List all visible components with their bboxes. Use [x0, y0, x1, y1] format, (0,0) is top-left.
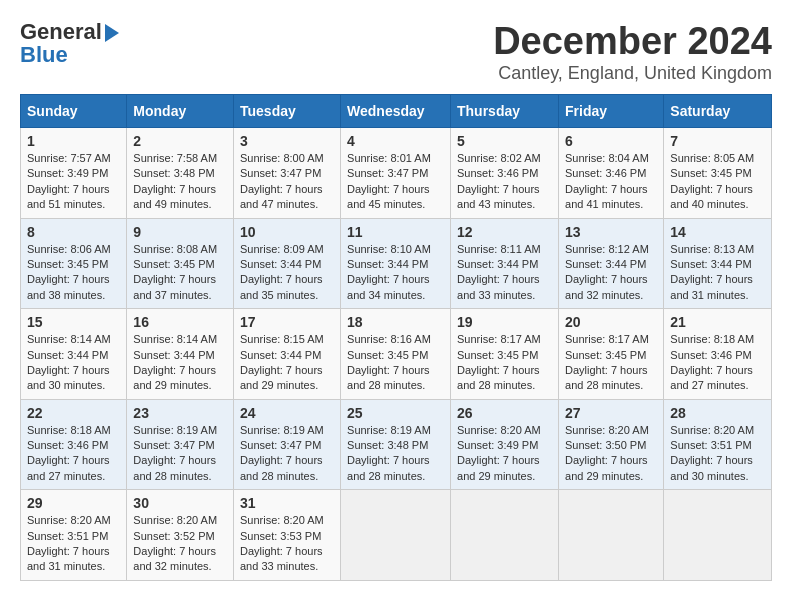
sunrise-label: Sunrise: 8:17 AM: [457, 333, 541, 345]
table-row: 13 Sunrise: 8:12 AM Sunset: 3:44 PM Dayl…: [559, 218, 664, 309]
sunrise-label: Sunrise: 8:08 AM: [133, 243, 217, 255]
logo-blue: Blue: [20, 42, 68, 68]
daylight-label: Daylight: 7 hours and 32 minutes.: [133, 545, 216, 572]
table-row: 19 Sunrise: 8:17 AM Sunset: 3:45 PM Dayl…: [451, 309, 559, 400]
day-details: Sunrise: 8:18 AM Sunset: 3:46 PM Dayligh…: [670, 332, 765, 394]
sunset-label: Sunset: 3:49 PM: [27, 167, 108, 179]
sunrise-label: Sunrise: 8:01 AM: [347, 152, 431, 164]
daylight-label: Daylight: 7 hours and 33 minutes.: [457, 273, 540, 300]
daylight-label: Daylight: 7 hours and 40 minutes.: [670, 183, 753, 210]
table-row: 16 Sunrise: 8:14 AM Sunset: 3:44 PM Dayl…: [127, 309, 234, 400]
day-number: 5: [457, 133, 552, 149]
daylight-label: Daylight: 7 hours and 29 minutes.: [457, 454, 540, 481]
day-details: Sunrise: 8:20 AM Sunset: 3:51 PM Dayligh…: [670, 423, 765, 485]
sunset-label: Sunset: 3:44 PM: [670, 258, 751, 270]
sunrise-label: Sunrise: 8:14 AM: [27, 333, 111, 345]
day-details: Sunrise: 8:20 AM Sunset: 3:49 PM Dayligh…: [457, 423, 552, 485]
day-details: Sunrise: 8:06 AM Sunset: 3:45 PM Dayligh…: [27, 242, 120, 304]
daylight-label: Daylight: 7 hours and 47 minutes.: [240, 183, 323, 210]
table-row: [341, 490, 451, 581]
daylight-label: Daylight: 7 hours and 34 minutes.: [347, 273, 430, 300]
day-details: Sunrise: 8:16 AM Sunset: 3:45 PM Dayligh…: [347, 332, 444, 394]
daylight-label: Daylight: 7 hours and 28 minutes.: [565, 364, 648, 391]
table-row: 11 Sunrise: 8:10 AM Sunset: 3:44 PM Dayl…: [341, 218, 451, 309]
day-number: 16: [133, 314, 227, 330]
sunset-label: Sunset: 3:44 PM: [457, 258, 538, 270]
table-row: 20 Sunrise: 8:17 AM Sunset: 3:45 PM Dayl…: [559, 309, 664, 400]
day-details: Sunrise: 8:01 AM Sunset: 3:47 PM Dayligh…: [347, 151, 444, 213]
table-row: [451, 490, 559, 581]
table-row: 29 Sunrise: 8:20 AM Sunset: 3:51 PM Dayl…: [21, 490, 127, 581]
calendar-week-row: 1 Sunrise: 7:57 AM Sunset: 3:49 PM Dayli…: [21, 128, 772, 219]
sunset-label: Sunset: 3:47 PM: [240, 167, 321, 179]
sunrise-label: Sunrise: 8:19 AM: [133, 424, 217, 436]
calendar-table: Sunday Monday Tuesday Wednesday Thursday…: [20, 94, 772, 581]
day-number: 30: [133, 495, 227, 511]
table-row: [559, 490, 664, 581]
sunrise-label: Sunrise: 8:20 AM: [240, 514, 324, 526]
sunrise-label: Sunrise: 8:18 AM: [670, 333, 754, 345]
table-row: 8 Sunrise: 8:06 AM Sunset: 3:45 PM Dayli…: [21, 218, 127, 309]
table-row: 2 Sunrise: 7:58 AM Sunset: 3:48 PM Dayli…: [127, 128, 234, 219]
sunrise-label: Sunrise: 8:14 AM: [133, 333, 217, 345]
sunrise-label: Sunrise: 8:10 AM: [347, 243, 431, 255]
table-row: 1 Sunrise: 7:57 AM Sunset: 3:49 PM Dayli…: [21, 128, 127, 219]
month-year-title: December 2024: [493, 20, 772, 63]
sunset-label: Sunset: 3:46 PM: [565, 167, 646, 179]
sunrise-label: Sunrise: 8:11 AM: [457, 243, 541, 255]
sunrise-label: Sunrise: 8:20 AM: [133, 514, 217, 526]
col-thursday: Thursday: [451, 95, 559, 128]
day-details: Sunrise: 8:00 AM Sunset: 3:47 PM Dayligh…: [240, 151, 334, 213]
col-monday: Monday: [127, 95, 234, 128]
daylight-label: Daylight: 7 hours and 28 minutes.: [347, 364, 430, 391]
sunset-label: Sunset: 3:47 PM: [347, 167, 428, 179]
sunset-label: Sunset: 3:44 PM: [240, 349, 321, 361]
sunrise-label: Sunrise: 8:20 AM: [27, 514, 111, 526]
sunset-label: Sunset: 3:51 PM: [27, 530, 108, 542]
day-details: Sunrise: 8:12 AM Sunset: 3:44 PM Dayligh…: [565, 242, 657, 304]
daylight-label: Daylight: 7 hours and 35 minutes.: [240, 273, 323, 300]
day-number: 26: [457, 405, 552, 421]
day-number: 9: [133, 224, 227, 240]
table-row: 15 Sunrise: 8:14 AM Sunset: 3:44 PM Dayl…: [21, 309, 127, 400]
col-tuesday: Tuesday: [234, 95, 341, 128]
daylight-label: Daylight: 7 hours and 31 minutes.: [670, 273, 753, 300]
day-number: 19: [457, 314, 552, 330]
day-details: Sunrise: 8:18 AM Sunset: 3:46 PM Dayligh…: [27, 423, 120, 485]
day-details: Sunrise: 8:19 AM Sunset: 3:48 PM Dayligh…: [347, 423, 444, 485]
day-number: 25: [347, 405, 444, 421]
day-details: Sunrise: 8:14 AM Sunset: 3:44 PM Dayligh…: [27, 332, 120, 394]
daylight-label: Daylight: 7 hours and 28 minutes.: [240, 454, 323, 481]
sunrise-label: Sunrise: 8:05 AM: [670, 152, 754, 164]
table-row: 23 Sunrise: 8:19 AM Sunset: 3:47 PM Dayl…: [127, 399, 234, 490]
day-number: 27: [565, 405, 657, 421]
table-row: 10 Sunrise: 8:09 AM Sunset: 3:44 PM Dayl…: [234, 218, 341, 309]
sunset-label: Sunset: 3:45 PM: [670, 167, 751, 179]
table-row: 22 Sunrise: 8:18 AM Sunset: 3:46 PM Dayl…: [21, 399, 127, 490]
sunrise-label: Sunrise: 8:00 AM: [240, 152, 324, 164]
calendar-header-row: Sunday Monday Tuesday Wednesday Thursday…: [21, 95, 772, 128]
day-details: Sunrise: 7:58 AM Sunset: 3:48 PM Dayligh…: [133, 151, 227, 213]
sunset-label: Sunset: 3:44 PM: [133, 349, 214, 361]
sunset-label: Sunset: 3:46 PM: [457, 167, 538, 179]
sunset-label: Sunset: 3:49 PM: [457, 439, 538, 451]
sunrise-label: Sunrise: 8:19 AM: [347, 424, 431, 436]
sunset-label: Sunset: 3:44 PM: [347, 258, 428, 270]
day-details: Sunrise: 8:20 AM Sunset: 3:52 PM Dayligh…: [133, 513, 227, 575]
day-number: 7: [670, 133, 765, 149]
day-details: Sunrise: 8:15 AM Sunset: 3:44 PM Dayligh…: [240, 332, 334, 394]
day-number: 12: [457, 224, 552, 240]
daylight-label: Daylight: 7 hours and 37 minutes.: [133, 273, 216, 300]
calendar-week-row: 8 Sunrise: 8:06 AM Sunset: 3:45 PM Dayli…: [21, 218, 772, 309]
day-number: 8: [27, 224, 120, 240]
day-number: 29: [27, 495, 120, 511]
day-number: 10: [240, 224, 334, 240]
table-row: 28 Sunrise: 8:20 AM Sunset: 3:51 PM Dayl…: [664, 399, 772, 490]
day-details: Sunrise: 8:08 AM Sunset: 3:45 PM Dayligh…: [133, 242, 227, 304]
day-number: 13: [565, 224, 657, 240]
sunset-label: Sunset: 3:51 PM: [670, 439, 751, 451]
daylight-label: Daylight: 7 hours and 49 minutes.: [133, 183, 216, 210]
day-number: 28: [670, 405, 765, 421]
daylight-label: Daylight: 7 hours and 45 minutes.: [347, 183, 430, 210]
sunrise-label: Sunrise: 8:13 AM: [670, 243, 754, 255]
